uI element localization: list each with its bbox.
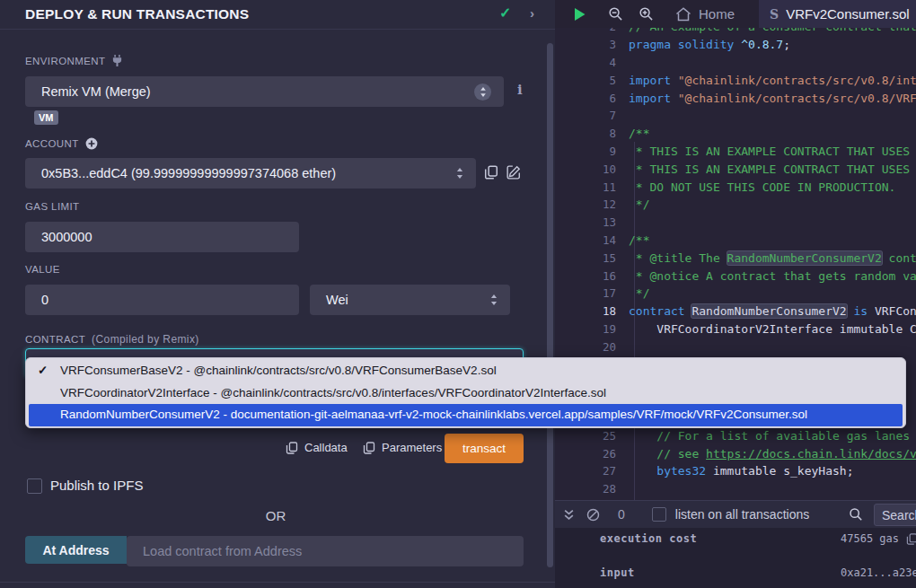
editor-topbar: Home S VRFv2Consumer.sol ✕ (555, 0, 916, 28)
code-editor[interactable]: 2// An example of a consumer contract th… (555, 28, 916, 500)
code-line: 19 VRFCoordinatorV2Interface immutable C… (555, 320, 916, 338)
contract-option[interactable]: ✓VRFConsumerBaseV2 - @chainlink/contract… (26, 360, 905, 382)
transaction-count: 0 (618, 507, 625, 522)
tab-vrfv2consumer[interactable]: S VRFv2Consumer.sol ✕ (759, 0, 916, 28)
home-icon (675, 7, 691, 22)
listen-all-label: listen on all transactions (675, 507, 809, 522)
account-label: ACCOUNT (25, 137, 98, 150)
tab-home[interactable]: Home (675, 6, 735, 22)
select-caret-icon (490, 294, 498, 305)
deploy-run-panel: DEPLOY & RUN TRANSACTIONS ✓ › ENVIRONMEN… (0, 0, 555, 588)
remix-ide-window: DEPLOY & RUN TRANSACTIONS ✓ › ENVIRONMEN… (0, 0, 916, 588)
copy-icon (363, 442, 375, 454)
solidity-file-icon: S (770, 7, 779, 22)
code-line: 9 * THIS IS AN EXAMPLE CONTRACT THAT USE… (555, 143, 916, 161)
expand-terminal-icon[interactable] (564, 509, 574, 521)
copy-parameters-button[interactable]: Parameters (363, 441, 442, 454)
code-line: 12 */ (555, 196, 916, 214)
search-icon (849, 507, 863, 522)
code-line: 15 * @title The RandomNumberConsumerV2 c… (555, 249, 916, 267)
code-line: 17 */ (555, 285, 916, 303)
listen-all-checkbox[interactable] (652, 507, 666, 522)
or-separator: OR (0, 508, 551, 523)
at-address-button[interactable]: At Address (25, 536, 127, 564)
code-line: 4 (555, 54, 916, 72)
panel-title: DEPLOY & RUN TRANSACTIONS (25, 6, 249, 22)
contract-option[interactable]: VRFCoordinatorV2Interface - @chainlink/c… (26, 382, 905, 405)
code-line: 20 (555, 338, 916, 355)
value-label: VALUE (25, 264, 60, 275)
code-line: 11 * DO NOT USE THIS CODE IN PRODUCTION. (555, 178, 916, 196)
contract-dropdown: ✓VRFConsumerBaseV2 - @chainlink/contract… (25, 357, 906, 428)
transact-button[interactable]: transact (445, 434, 524, 463)
code-line: 5import "@chainlink/contracts/src/v0.8/i… (555, 71, 916, 89)
zoom-out-icon[interactable] (608, 6, 623, 22)
copy-account-icon[interactable] (484, 165, 498, 180)
panel-scrollbar[interactable] (547, 43, 553, 567)
terminal-key: input (600, 566, 635, 579)
code-line: 16 * @notice A contract that gets random… (555, 267, 916, 285)
deploy-actions-row: Calldata Parameters transact (0, 434, 524, 464)
code-line: 18contract RandomNumberConsumerV2 is VRF… (555, 303, 916, 320)
code-line: 14/** (555, 232, 916, 250)
contract-label: CONTRACT (Compiled by Remix) (25, 333, 199, 346)
terminal-value: 47565 gas (841, 532, 916, 545)
code-line: 2// An example of a consumer contract th… (555, 28, 916, 36)
value-input[interactable] (25, 285, 299, 315)
section-divider (0, 582, 555, 583)
code-line: 27 bytes32 immutable s_keyHash; (555, 462, 916, 480)
at-address-input[interactable] (127, 536, 524, 566)
code-line: 13 (555, 214, 916, 232)
code-line: 25 // For a list of available gas lanes … (555, 426, 916, 444)
environment-select[interactable]: Remix VM (Merge) (25, 76, 504, 107)
info-icon[interactable]: i (517, 82, 523, 98)
terminal-key: execution cost (600, 532, 697, 545)
gas-limit-input[interactable] (25, 222, 299, 252)
vm-badge: VM (34, 110, 58, 125)
code-line: 7 (555, 107, 916, 125)
terminal-log: execution cost47565 gasinput0xa21...a23e… (555, 528, 916, 588)
select-caret-icon (474, 83, 491, 101)
terminal-row: input0xa21...a23e4 (555, 566, 916, 583)
code-line: 8/** (555, 125, 916, 143)
select-caret-icon (456, 168, 463, 179)
terminal-search-input[interactable] (874, 504, 916, 526)
code-line: 3pragma solidity ^0.8.7; (555, 36, 916, 54)
editor-pane: Home S VRFv2Consumer.sol ✕ 2// An exampl… (555, 0, 916, 588)
environment-label: ENVIRONMENT (25, 55, 123, 66)
run-script-icon[interactable] (573, 7, 586, 22)
publish-ipfs-checkbox[interactable] (27, 478, 42, 494)
terminal-value: 0xa21...a23e4 (841, 566, 916, 579)
panel-header: DEPLOY & RUN TRANSACTIONS ✓ › (0, 0, 555, 30)
copy-calldata-button[interactable]: Calldata (286, 441, 348, 454)
plus-circle-icon[interactable] (85, 137, 98, 150)
code-line: 10 * THIS IS AN EXAMPLE CONTRACT THAT US… (555, 160, 916, 178)
terminal-toolbar: 0 listen on all transactions (555, 500, 916, 528)
chevron-right-icon[interactable]: › (530, 5, 534, 21)
terminal-row: execution cost47565 gas (555, 532, 916, 549)
gas-limit-label: GAS LIMIT (25, 201, 79, 212)
copy-icon (286, 442, 298, 454)
edit-account-icon[interactable] (506, 165, 521, 180)
publish-ipfs-label: Publish to IPFS (50, 478, 143, 493)
copy-icon[interactable] (906, 533, 916, 545)
code-line: 26 // see https://docs.chain.link/docs/v… (555, 444, 916, 462)
zoom-in-icon[interactable] (639, 6, 654, 22)
code-line: 28 (555, 480, 916, 498)
clear-console-icon[interactable] (586, 508, 600, 522)
plug-icon (111, 55, 123, 66)
check-icon: ✓ (499, 4, 511, 22)
account-select[interactable]: 0x5B3...eddC4 (99.99999999999997374068 e… (25, 158, 476, 189)
value-unit-select[interactable]: Wei (310, 285, 510, 315)
contract-option[interactable]: RandomNumberConsumerV2 - documentation-g… (29, 404, 903, 426)
selected-check-icon: ✓ (38, 360, 48, 382)
code-line: 6import "@chainlink/contracts/src/v0.8/V… (555, 89, 916, 107)
